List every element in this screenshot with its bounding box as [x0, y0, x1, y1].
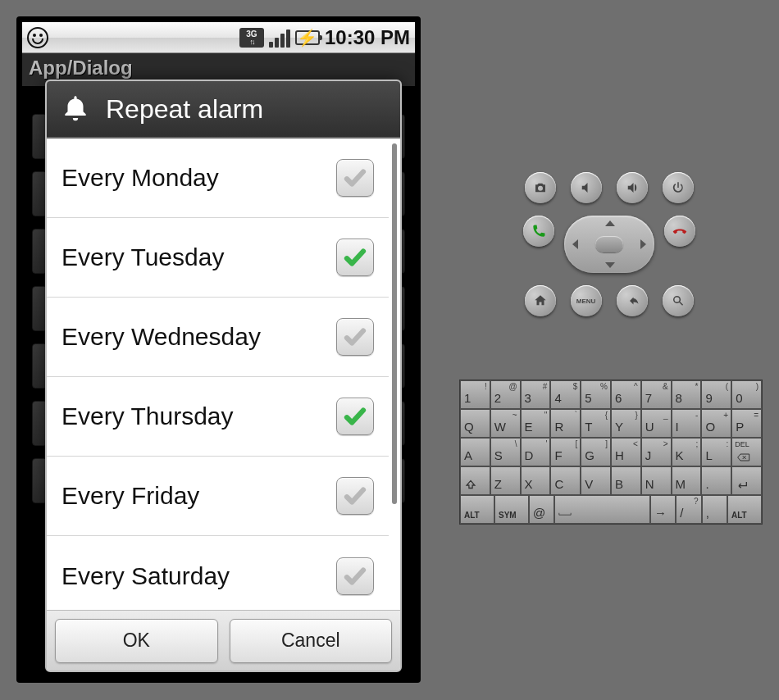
dialog-list[interactable]: Every MondayEvery TuesdayEvery Wednesday… — [47, 139, 400, 610]
key-sym[interactable]: SYM — [494, 495, 529, 524]
key-alt[interactable]: ALT — [727, 495, 762, 524]
key-x[interactable]: X — [521, 466, 551, 495]
signal-icon — [269, 28, 290, 48]
dialog-title: Repeat alarm — [106, 94, 263, 125]
key-o[interactable]: O+ — [701, 409, 731, 438]
key-space[interactable] — [554, 495, 650, 524]
end-call-button[interactable] — [664, 216, 695, 247]
key-g[interactable]: G] — [581, 438, 611, 466]
key-3[interactable]: 3# — [521, 380, 551, 409]
key-j[interactable]: J> — [641, 438, 672, 466]
key-u[interactable]: U_ — [641, 409, 672, 438]
cancel-button[interactable]: Cancel — [230, 619, 393, 663]
key-2[interactable]: 2@ — [490, 380, 521, 409]
key-i[interactable]: I- — [672, 409, 702, 438]
volume-down-button[interactable] — [571, 172, 602, 203]
key-m[interactable]: M — [672, 466, 702, 495]
day-row[interactable]: Every Tuesday — [47, 218, 389, 298]
key-4[interactable]: 4$ — [550, 380, 581, 409]
dpad-center[interactable] — [595, 236, 623, 252]
call-button[interactable] — [523, 216, 554, 247]
ok-button[interactable]: OK — [55, 619, 218, 663]
key-w[interactable]: W~ — [490, 409, 521, 438]
dpad-up[interactable] — [605, 220, 615, 226]
day-row[interactable]: Every Monday — [47, 139, 389, 218]
volume-up-button[interactable] — [617, 172, 648, 203]
key-5[interactable]: 5% — [581, 380, 611, 409]
day-checkbox[interactable] — [336, 318, 374, 356]
dialog-header: Repeat alarm — [47, 81, 400, 139]
key-@[interactable]: @ — [529, 495, 554, 524]
key-r[interactable]: R` — [550, 409, 581, 438]
day-label: Every Tuesday — [61, 243, 224, 271]
key-s[interactable]: S\ — [490, 438, 521, 466]
battery-charging-icon: ⚡ — [295, 30, 320, 45]
key-h[interactable]: H< — [611, 438, 641, 466]
key-/[interactable]: /? — [676, 495, 701, 524]
screen: 3G↑↓ ⚡ 10:30 PM App/Dialog Repeat alarm — [22, 22, 415, 677]
hardware-keyboard: 1!2@3#4$5%6^7&8*9(0)QW~E"R`T{Y}U_I-O+P=A… — [459, 380, 763, 525]
repeat-alarm-dialog: Repeat alarm Every MondayEvery TuesdayEv… — [45, 80, 402, 672]
dpad[interactable] — [564, 216, 654, 273]
key-8[interactable]: 8* — [672, 380, 702, 409]
key-l[interactable]: L: — [701, 438, 731, 466]
emulator-control-pad: MENU — [521, 172, 697, 329]
day-label: Every Wednesday — [61, 323, 261, 351]
key-e[interactable]: E" — [521, 409, 551, 438]
menu-button[interactable]: MENU — [571, 285, 602, 316]
day-checkbox[interactable] — [336, 239, 374, 276]
search-button[interactable] — [663, 285, 694, 316]
power-button[interactable] — [663, 172, 694, 203]
day-row[interactable]: Every Saturday — [47, 536, 389, 610]
dpad-right[interactable] — [640, 239, 646, 249]
day-row[interactable]: Every Thursday — [47, 377, 389, 457]
scrollbar-thumb[interactable] — [392, 143, 397, 504]
key-9[interactable]: 9( — [701, 380, 731, 409]
key-z[interactable]: Z — [490, 466, 521, 495]
day-checkbox[interactable] — [336, 398, 374, 435]
key-f[interactable]: F[ — [550, 438, 581, 466]
day-row[interactable]: Every Friday — [47, 457, 389, 536]
day-label: Every Friday — [61, 482, 199, 510]
key-6[interactable]: 6^ — [611, 380, 641, 409]
key-enter[interactable] — [731, 466, 762, 495]
day-checkbox[interactable] — [336, 159, 374, 197]
key-b[interactable]: B — [611, 466, 641, 495]
key-d[interactable]: D' — [521, 438, 551, 466]
key-delete[interactable]: DEL — [731, 438, 762, 466]
key-p[interactable]: P= — [731, 409, 762, 438]
network-3g-icon: 3G↑↓ — [239, 28, 264, 48]
key-0[interactable]: 0) — [731, 380, 762, 409]
key-t[interactable]: T{ — [581, 409, 611, 438]
key-y[interactable]: Y} — [611, 409, 641, 438]
camera-button[interactable] — [525, 172, 556, 203]
dpad-left[interactable] — [572, 239, 578, 249]
key-c[interactable]: C — [550, 466, 581, 495]
key-n[interactable]: N — [641, 466, 672, 495]
device-frame: 3G↑↓ ⚡ 10:30 PM App/Dialog Repeat alarm — [16, 16, 421, 683]
dpad-down[interactable] — [605, 262, 615, 268]
key-7[interactable]: 7& — [641, 380, 672, 409]
home-button[interactable] — [525, 285, 556, 316]
key-alt[interactable]: ALT — [460, 495, 494, 524]
key-q[interactable]: Q — [460, 409, 490, 438]
key-.[interactable]: . — [701, 466, 731, 495]
day-checkbox[interactable] — [336, 477, 374, 515]
dialog-footer: OK Cancel — [47, 610, 400, 670]
day-checkbox[interactable] — [336, 557, 374, 595]
back-button[interactable] — [617, 285, 648, 316]
key-1[interactable]: 1! — [460, 380, 490, 409]
key-k[interactable]: K; — [672, 438, 702, 466]
key-a[interactable]: A — [460, 438, 490, 466]
day-label: Every Thursday — [61, 402, 234, 430]
day-label: Every Saturday — [61, 562, 230, 590]
status-bar: 3G↑↓ ⚡ 10:30 PM — [22, 22, 415, 53]
key-,[interactable]: , — [702, 495, 727, 524]
bell-icon — [60, 93, 91, 125]
day-row[interactable]: Every Wednesday — [47, 298, 389, 377]
key-→[interactable]: → — [650, 495, 676, 524]
day-label: Every Monday — [61, 164, 219, 192]
notification-icon — [27, 27, 48, 48]
key-v[interactable]: V — [581, 466, 611, 495]
key-shift[interactable] — [460, 466, 490, 495]
